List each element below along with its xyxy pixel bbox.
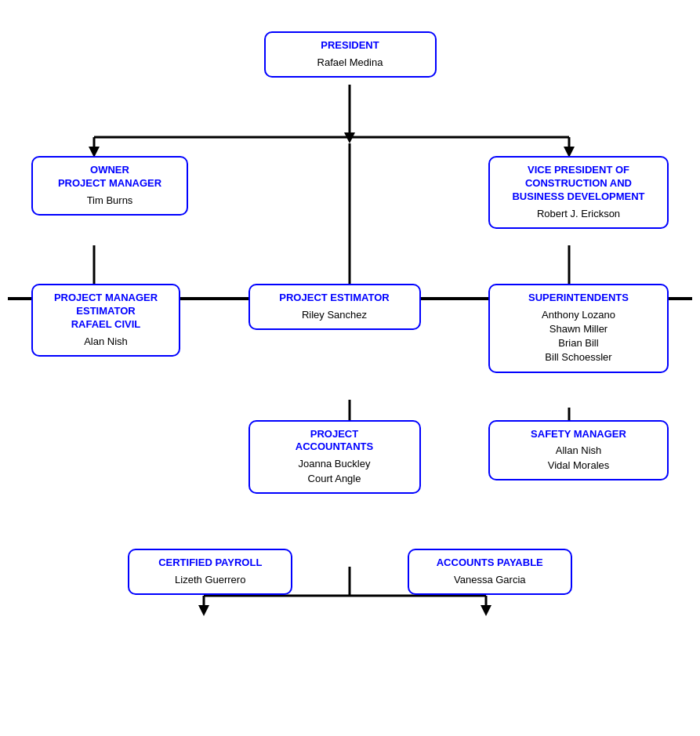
vp-title: VICE PRESIDENT OFCONSTRUCTION ANDBUSINES… [499,164,658,204]
superintendents-node: SUPERINTENDENTS Anthony LozanoShawn Mill… [488,284,669,373]
safety-manager-names: Allan NishVidal Morales [499,444,658,472]
safety-manager-title: SAFETY MANAGER [499,428,658,441]
accounts-payable-node: ACCOUNTS PAYABLE Vanessa Garcia [408,549,572,595]
owner-pm-node: OWNERPROJECT MANAGER Tim Burns [31,156,188,216]
project-accountants-node: PROJECTACCOUNTANTS Joanna BuckleyCourt A… [248,420,421,494]
president-title: PRESIDENT [275,39,426,53]
project-accountants-names: Joanna BuckleyCourt Angle [259,457,410,485]
pm-estimator-title: PROJECT MANAGERESTIMATORRAFAEL CIVIL [42,292,169,332]
pm-estimator-name: Alan Nish [42,335,169,349]
superintendents-names: Anthony LozanoShawn MillerBrian BillBill… [499,308,658,365]
safety-manager-node: SAFETY MANAGER Allan NishVidal Morales [488,420,669,480]
org-chart: PRESIDENT Rafael Medina OWNERPROJECT MAN… [0,0,700,642]
accounts-payable-name: Vanessa Garcia [419,573,561,587]
vp-name: Robert J. Erickson [499,207,658,221]
pm-estimator-node: PROJECT MANAGERESTIMATORRAFAEL CIVIL Ala… [31,284,180,357]
project-accountants-title: PROJECTACCOUNTANTS [259,428,410,455]
superintendents-title: SUPERINTENDENTS [499,292,658,305]
certified-payroll-node: CERTIFIED PAYROLL Lizeth Guerrero [128,549,292,595]
accounts-payable-title: ACCOUNTS PAYABLE [419,557,561,570]
owner-pm-title: OWNERPROJECT MANAGER [42,164,177,190]
vp-node: VICE PRESIDENT OFCONSTRUCTION ANDBUSINES… [488,156,669,229]
owner-pm-name: Tim Burns [42,194,177,208]
project-estimator-node: PROJECT ESTIMATOR Riley Sanchez [248,284,421,330]
project-estimator-title: PROJECT ESTIMATOR [259,292,410,305]
president-node: PRESIDENT Rafael Medina [264,31,437,78]
president-name: Rafael Medina [275,56,426,70]
certified-payroll-title: CERTIFIED PAYROLL [139,557,281,570]
certified-payroll-name: Lizeth Guerrero [139,573,281,587]
project-estimator-name: Riley Sanchez [259,308,410,322]
